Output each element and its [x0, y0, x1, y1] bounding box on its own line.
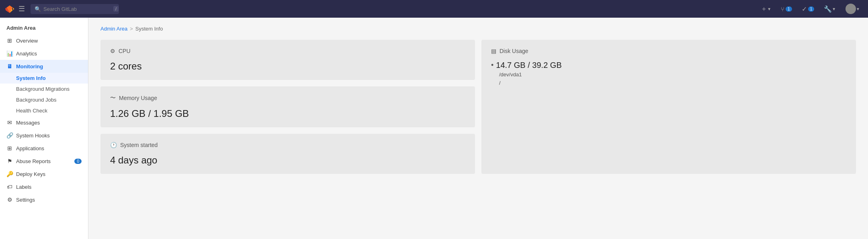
sidebar-labels-label: Labels: [16, 184, 31, 190]
info-grid: ⚙ CPU 2 cores 〜 Memory Usage 1.26 GB / 1…: [100, 40, 856, 174]
overview-icon: ⊞: [6, 37, 13, 44]
mr-count-badge: 1: [786, 6, 792, 12]
bg-migrations-label: Background Migrations: [16, 86, 70, 92]
disk-entry-1-value: 14.7 GB / 39.2 GB: [496, 61, 561, 70]
breadcrumb-current: System Info: [135, 26, 163, 32]
applications-icon: ⊞: [6, 145, 13, 151]
dropdown-chevron-2: ▼: [832, 7, 836, 11]
admin-settings-btn[interactable]: 🔧 ▼: [821, 4, 839, 14]
sidebar-item-monitoring[interactable]: 🖥 Monitoring: [0, 60, 88, 73]
sidebar-item-abuse-reports[interactable]: ⚑ Abuse Reports 0: [0, 155, 88, 168]
sidebar-settings-label: Settings: [16, 197, 35, 203]
settings-icon: ⚙: [6, 196, 13, 203]
system-started-card: 🕐 System started 4 days ago: [100, 134, 475, 174]
deploy-keys-icon: 🔑: [6, 171, 13, 177]
merge-requests-btn[interactable]: ⑂ 1: [778, 4, 795, 14]
navbar: ☰ 🔍 / ＋ ▼ ⑂ 1 ✓ 1 🔧 ▼ ▼: [0, 0, 868, 18]
sidebar-analytics-label: Analytics: [16, 51, 37, 57]
disk-card-title: ▤ Disk Usage: [491, 48, 846, 54]
sidebar-item-messages[interactable]: ✉ Messages: [0, 116, 88, 129]
sidebar-abuse-label: Abuse Reports: [16, 158, 51, 164]
sidebar-messages-label: Messages: [16, 120, 40, 126]
avatar: [845, 4, 856, 14]
disk-bullet: •: [491, 61, 493, 69]
create-new-btn[interactable]: ＋ ▼: [757, 3, 774, 15]
system-info-label: System Info: [16, 75, 46, 81]
health-check-label: Health Check: [16, 108, 47, 114]
gitlab-logo[interactable]: [5, 4, 14, 14]
search-bar[interactable]: 🔍 /: [31, 4, 119, 14]
sidebar-item-analytics[interactable]: 📊 Analytics: [0, 47, 88, 60]
system-started-title: 🕐 System started: [110, 142, 465, 148]
hamburger-icon[interactable]: ☰: [18, 4, 25, 13]
user-menu-btn[interactable]: ▼: [842, 2, 863, 16]
main-content: Admin Area > System Info ⚙ CPU 2 cores: [88, 18, 868, 239]
sidebar-item-background-jobs[interactable]: Background Jobs: [0, 94, 88, 105]
merge-request-icon: ⑂: [781, 6, 784, 12]
memory-icon: 〜: [110, 94, 116, 102]
disk-entry-1-path: /dev/vda1: [499, 71, 846, 78]
admin-area-label: Admin Area: [6, 25, 35, 31]
sidebar-item-system-hooks[interactable]: 🔗 System Hooks: [0, 129, 88, 142]
clock-icon: 🕐: [110, 142, 117, 148]
sidebar-monitoring-label: Monitoring: [16, 63, 43, 69]
disk-entry-2-path: /: [499, 80, 846, 86]
sidebar: Admin Area ⊞ Overview 📊 Analytics 🖥 Moni…: [0, 18, 88, 239]
cpu-value: 2 cores: [110, 61, 465, 72]
sidebar-item-overview[interactable]: ⊞ Overview: [0, 34, 88, 47]
cpu-icon: ⚙: [110, 48, 115, 54]
left-column: ⚙ CPU 2 cores 〜 Memory Usage 1.26 GB / 1…: [100, 40, 475, 174]
right-column: ▤ Disk Usage • 14.7 GB / 39.2 GB /dev/vd…: [481, 40, 856, 174]
monitoring-icon: 🖥: [6, 63, 13, 69]
navbar-right: ＋ ▼ ⑂ 1 ✓ 1 🔧 ▼ ▼: [757, 2, 863, 16]
wrench-icon: 🔧: [824, 5, 832, 13]
dropdown-chevron: ▼: [767, 7, 771, 11]
cpu-title-text: CPU: [119, 48, 131, 54]
search-input[interactable]: [43, 6, 111, 12]
memory-card: 〜 Memory Usage 1.26 GB / 1.95 GB: [100, 86, 475, 127]
sidebar-overview-label: Overview: [16, 38, 38, 44]
sidebar-item-health-check[interactable]: Health Check: [0, 105, 88, 116]
slash-shortcut: /: [113, 6, 119, 12]
breadcrumb: Admin Area > System Info: [100, 26, 856, 32]
breadcrumb-parent-link[interactable]: Admin Area: [100, 26, 127, 32]
disk-entry-1: • 14.7 GB / 39.2 GB: [491, 61, 846, 70]
search-icon: 🔍: [35, 6, 41, 12]
sidebar-item-deploy-keys[interactable]: 🔑 Deploy Keys: [0, 168, 88, 180]
system-started-label: System started: [120, 142, 158, 148]
sidebar-item-settings[interactable]: ⚙ Settings: [0, 193, 88, 206]
breadcrumb-separator: >: [130, 26, 133, 32]
disk-title-text: Disk Usage: [500, 48, 528, 54]
bg-jobs-label: Background Jobs: [16, 97, 56, 103]
analytics-icon: 📊: [6, 50, 13, 57]
todos-btn[interactable]: ✓ 1: [798, 4, 818, 14]
cpu-card-title: ⚙ CPU: [110, 48, 465, 54]
sidebar-admin-area-header: Admin Area: [0, 22, 88, 34]
user-dropdown-chevron: ▼: [856, 7, 860, 11]
memory-title-text: Memory Usage: [119, 95, 157, 101]
sidebar-applications-label: Applications: [16, 145, 44, 151]
todo-icon: ✓: [802, 5, 807, 13]
disk-card: ▤ Disk Usage • 14.7 GB / 39.2 GB /dev/vd…: [481, 40, 856, 174]
sidebar-item-background-migrations[interactable]: Background Migrations: [0, 84, 88, 94]
cpu-card: ⚙ CPU 2 cores: [100, 40, 475, 80]
memory-card-title: 〜 Memory Usage: [110, 94, 465, 102]
messages-icon: ✉: [6, 119, 13, 126]
disk-icon: ▤: [491, 48, 496, 54]
hooks-icon: 🔗: [6, 132, 13, 139]
sidebar-hooks-label: System Hooks: [16, 133, 50, 139]
labels-icon: 🏷: [6, 184, 13, 190]
sidebar-item-system-info[interactable]: System Info: [0, 73, 88, 84]
abuse-reports-badge: 0: [74, 159, 82, 164]
plus-icon: ＋: [761, 5, 767, 13]
memory-value: 1.26 GB / 1.95 GB: [110, 108, 465, 119]
navbar-left: ☰ 🔍 /: [5, 4, 119, 14]
page-layout: Admin Area ⊞ Overview 📊 Analytics 🖥 Moni…: [0, 18, 868, 239]
abuse-icon: ⚑: [6, 158, 13, 164]
sidebar-item-applications[interactable]: ⊞ Applications: [0, 142, 88, 155]
sidebar-item-labels[interactable]: 🏷 Labels: [0, 180, 88, 193]
system-started-value: 4 days ago: [110, 155, 465, 166]
sidebar-deploy-label: Deploy Keys: [16, 171, 45, 177]
todo-count-badge: 1: [808, 6, 815, 12]
